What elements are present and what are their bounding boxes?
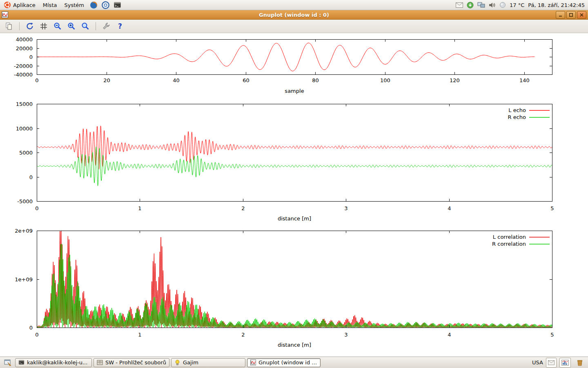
configure-button[interactable] [100, 21, 112, 31]
gnuplot-window-icon [2, 11, 8, 18]
chart-svg[interactable]: 01234501e+092e+09distance [m]L correlati… [0, 228, 588, 359]
close-icon [579, 13, 584, 17]
y-tick-label: -40000 [14, 72, 33, 78]
y-tick-label: 15000 [16, 101, 33, 107]
help-button[interactable]: ? [114, 21, 126, 31]
y-tick-label: 0 [29, 54, 33, 60]
taskbar-item-label: kaklik@kaklik-kolej-u... [27, 359, 87, 366]
x-tick-label: 5 [550, 332, 554, 338]
zoom-next-icon [67, 22, 76, 31]
maximize-button[interactable] [566, 11, 576, 19]
x-tick-label: 20 [103, 77, 110, 83]
show-desktop-icon [4, 359, 11, 366]
copy-icon [4, 22, 13, 31]
x-tick-label: 3 [344, 205, 347, 211]
firefox-launcher[interactable] [89, 1, 98, 9]
series-line-r-correlation [37, 244, 552, 328]
chart-svg[interactable]: 012345-5000050001000015000distance [m]L … [0, 100, 588, 227]
volume-icon[interactable] [489, 2, 496, 8]
taskbar-item-label: SW - Prohlížeč souborů [105, 359, 166, 366]
minimize-icon [558, 13, 563, 17]
temperature-label[interactable]: 17 °C [510, 2, 524, 8]
show-desktop-button[interactable] [4, 359, 12, 367]
help-icon: ? [118, 22, 122, 30]
y-tick-label: 2e+09 [15, 228, 33, 234]
zoom-previous-button[interactable] [52, 21, 63, 31]
panel-tray: 17 °C Pá, 18. září, 21:42:45 [456, 0, 588, 10]
y-tick-label: 20000 [16, 45, 33, 52]
gajim-icon [174, 359, 180, 366]
zoom-previous-icon [53, 22, 62, 31]
series-line-r-echo [37, 147, 552, 186]
mail-notification-applet[interactable] [546, 358, 557, 368]
x-tick-label: 0 [35, 205, 38, 211]
replot-icon [25, 22, 34, 31]
x-tick-label: 40 [173, 77, 180, 83]
chart-icon [561, 360, 569, 366]
desktop: Aplikace Místa Systém [0, 0, 588, 368]
y-tick-label: 10000 [16, 126, 33, 132]
taskbar-item-label: Gnuplot (window id : 0) [258, 359, 317, 366]
terminal-launcher[interactable] [113, 1, 122, 9]
help-launcher[interactable] [101, 1, 110, 9]
weather-icon[interactable] [499, 2, 506, 8]
x-tick-label: 100 [380, 77, 390, 83]
mail-icon[interactable] [456, 2, 463, 8]
y-tick-label: 0 [29, 174, 33, 180]
places-menu[interactable]: Místa [39, 0, 61, 10]
window-titlebar[interactable]: Gnuplot (window id : 0) [0, 10, 588, 20]
x-tick-label: 140 [519, 77, 530, 83]
x-tick-label: 2 [241, 205, 245, 211]
clock[interactable]: Pá, 18. září, 21:42:45 [528, 2, 585, 8]
autoscale-icon [81, 22, 90, 31]
wrench-icon [102, 22, 111, 31]
close-button[interactable] [577, 11, 586, 19]
places-menu-label: Místa [43, 2, 57, 8]
taskbar-item-gajim[interactable]: Gajim [171, 358, 245, 367]
gnuplot-toolbar: ? [0, 20, 588, 33]
zoom-next-button[interactable] [66, 21, 77, 31]
x-tick-label: 0 [35, 77, 38, 83]
x-axis-label: distance [m] [278, 342, 311, 348]
toolbar-separator [96, 22, 96, 30]
x-tick-label: 60 [243, 77, 249, 83]
system-monitor-applet[interactable] [559, 358, 571, 368]
y-tick-label: -20000 [14, 63, 33, 69]
plot-echo[interactable]: 012345-5000050001000015000distance [m]L … [0, 100, 588, 228]
x-tick-label: 1 [138, 332, 141, 338]
x-tick-label: 0 [35, 332, 38, 338]
trash-applet[interactable] [575, 358, 584, 367]
y-tick-label: 40000 [16, 36, 33, 43]
top-panel: Aplikace Místa Systém [0, 0, 588, 10]
plot-border [37, 231, 552, 328]
legend-label: R echo [508, 114, 526, 120]
y-tick-label: -5000 [17, 198, 33, 204]
x-tick-label: 4 [448, 205, 451, 211]
plot-sample-waveform[interactable]: 020406080100120140-40000-200000200004000… [0, 33, 588, 100]
taskbar-item-file-browser[interactable]: SW - Prohlížeč souborů [94, 358, 169, 367]
x-tick-label: 3 [344, 332, 347, 338]
toolbar-separator [19, 22, 20, 30]
network-icon[interactable] [477, 2, 485, 8]
taskbar-item-terminal[interactable]: kaklik@kaklik-kolej-u... [15, 358, 92, 367]
legend-label: L echo [508, 107, 526, 113]
taskbar-item-gnuplot[interactable]: Gnuplot (window id : 0) [247, 358, 321, 367]
toggle-grid-button[interactable] [38, 21, 49, 31]
legend-label: L correlation [493, 234, 526, 240]
autoscale-button[interactable] [80, 21, 91, 31]
minimize-button[interactable] [556, 11, 565, 19]
replot-button[interactable] [24, 21, 36, 31]
chart-svg[interactable]: 020406080100120140-40000-200000200004000… [0, 33, 588, 99]
panel-menus: Aplikace Místa Systém [0, 0, 123, 10]
maximize-icon [569, 13, 573, 17]
copy-to-clipboard-button[interactable] [3, 21, 15, 31]
applications-menu[interactable]: Aplikace [0, 0, 39, 10]
system-menu[interactable]: Systém [60, 0, 87, 10]
x-tick-label: 120 [450, 77, 460, 83]
updates-icon[interactable] [467, 2, 474, 9]
plot-correlation[interactable]: 01234501e+092e+09distance [m]L correlati… [0, 228, 588, 360]
plot-border [37, 104, 552, 201]
keyboard-layout-indicator[interactable]: USA [532, 359, 543, 366]
gnuplot-canvas[interactable]: 020406080100120140-40000-200000200004000… [0, 33, 588, 356]
gnuplot-icon [250, 359, 256, 366]
